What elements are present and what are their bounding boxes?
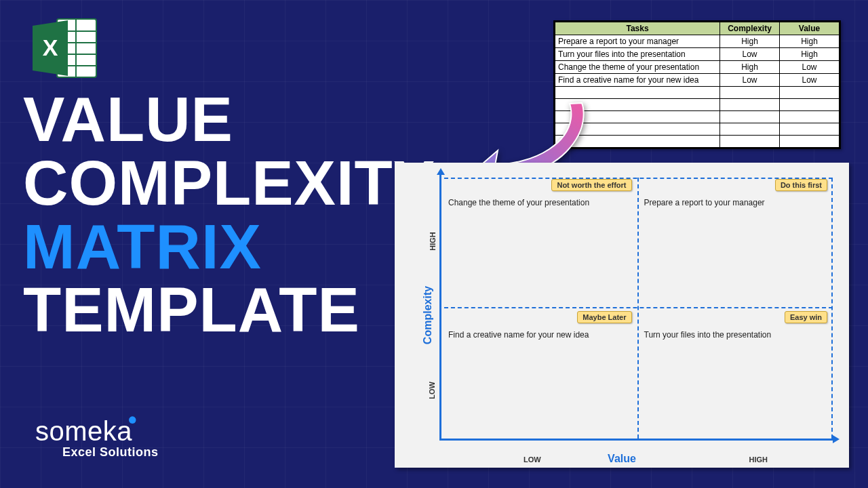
title-line-1: VALUE xyxy=(23,88,435,152)
cell-value: Low xyxy=(780,61,840,74)
tag-easy-win: Easy win xyxy=(785,311,827,323)
table-row: Find a creative name for your new ideaLo… xyxy=(555,74,840,87)
axis-x-low: LOW xyxy=(524,455,541,464)
table-row: Turn your files into the presentationLow… xyxy=(555,48,840,61)
title-line-3: MATRIX xyxy=(23,216,435,279)
plot-area: Not worth the effort Change the theme of… xyxy=(439,175,833,441)
quadrant-item: Find a creative name for your new idea xyxy=(448,330,631,340)
brand-name-text: someka xyxy=(35,416,132,446)
cell-task: Change the theme of your presentation xyxy=(555,61,720,74)
cell-complexity: Low xyxy=(720,74,780,87)
cell-complexity: Low xyxy=(720,48,780,61)
col-value: Value xyxy=(780,22,840,35)
quadrant-do-first: Do this first Prepare a report to your m… xyxy=(637,175,833,307)
matrix-panel: Complexity HIGH LOW Value LOW HIGH Not w… xyxy=(395,163,849,468)
cell-task: Find a creative name for your new idea xyxy=(555,74,720,87)
cell-value: High xyxy=(780,35,840,48)
brand-logo: someka• Excel Solutions xyxy=(35,416,159,460)
quadrant-maybe-later: Maybe Later Find a creative name for you… xyxy=(441,307,637,439)
axis-x-title: Value xyxy=(608,453,636,465)
cell-task: Prepare a report to your manager xyxy=(555,35,720,48)
page-title: VALUE COMPLEXITY MATRIX TEMPLATE xyxy=(23,88,435,342)
axis-y-high: HIGH xyxy=(429,232,437,251)
excel-icon: X xyxy=(31,16,99,83)
tag-maybe-later: Maybe Later xyxy=(577,311,631,323)
tasks-table: Tasks Complexity Value Prepare a report … xyxy=(553,20,841,149)
quadrant-item: Turn your files into the presentation xyxy=(644,330,827,340)
table-row: Prepare a report to your managerHighHigh xyxy=(555,35,840,48)
axis-y-low: LOW xyxy=(428,382,436,399)
axis-x-high: HIGH xyxy=(749,455,768,464)
quadrant-item: Prepare a report to your manager xyxy=(644,198,827,207)
quadrant-not-worth: Not worth the effort Change the theme of… xyxy=(441,175,637,307)
cell-value: Low xyxy=(780,74,840,87)
axis-y-title: Complexity xyxy=(422,286,434,344)
col-complexity: Complexity xyxy=(720,22,780,35)
table-row-empty xyxy=(555,123,840,136)
cell-task: Turn your files into the presentation xyxy=(555,48,720,61)
title-line-4: TEMPLATE xyxy=(23,279,435,342)
table-row-empty xyxy=(555,136,840,148)
cell-value: High xyxy=(780,48,840,61)
table-row-empty xyxy=(555,99,840,111)
tag-not-worth: Not worth the effort xyxy=(551,179,631,191)
brand-dot-icon: • xyxy=(128,406,137,434)
table-row-empty xyxy=(555,111,840,123)
cell-complexity: High xyxy=(720,61,780,74)
table-row-empty xyxy=(555,87,840,99)
tag-do-first: Do this first xyxy=(775,179,827,191)
title-line-2: COMPLEXITY xyxy=(23,152,435,216)
cell-complexity: High xyxy=(720,35,780,48)
table-header-row: Tasks Complexity Value xyxy=(555,22,840,35)
table-row: Change the theme of your presentationHig… xyxy=(555,61,840,74)
quadrant-easy-win: Easy win Turn your files into the presen… xyxy=(637,307,833,439)
svg-text:X: X xyxy=(43,35,58,60)
brand-subtitle: Excel Solutions xyxy=(62,445,159,460)
col-tasks: Tasks xyxy=(555,22,720,35)
quadrant-item: Change the theme of your presentation xyxy=(448,198,631,207)
